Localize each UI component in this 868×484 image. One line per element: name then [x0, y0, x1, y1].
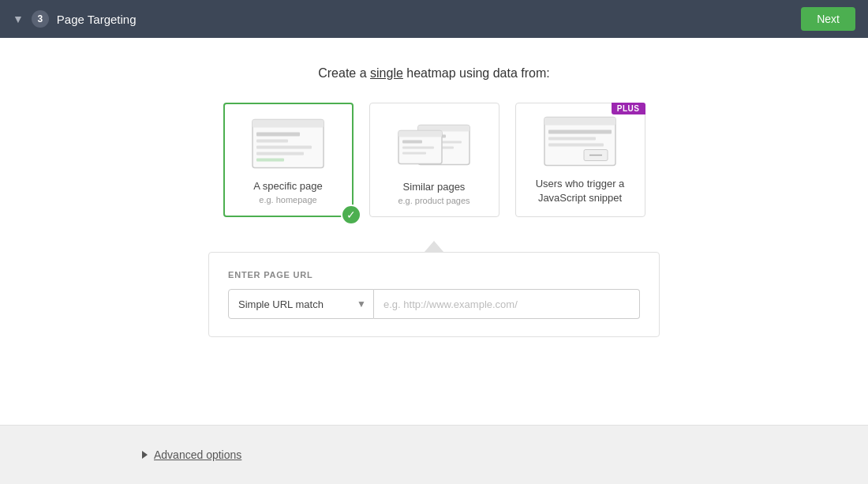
form-arrow — [425, 241, 443, 252]
svg-rect-19 — [548, 129, 612, 133]
plus-badge: PLUS — [612, 103, 645, 114]
header: ▼ 3 Page Targeting Next — [0, 0, 868, 38]
step-badge: 3 — [32, 10, 49, 28]
card-js-snippet[interactable]: PLUS Users who trigger a JavaScript snip… — [515, 103, 645, 217]
url-match-select[interactable]: Simple URL match Exact URL URL contains … — [228, 289, 374, 319]
card-js-snippet-label: Users who trigger a JavaScript snippet — [524, 177, 637, 205]
svg-rect-20 — [548, 137, 596, 140]
triangle-icon — [142, 451, 148, 459]
next-button[interactable]: Next — [801, 7, 855, 31]
cards-row: A specific page e.g. homepage ✓ Similar … — [223, 103, 645, 217]
form-row: Simple URL match Exact URL URL contains … — [228, 289, 640, 319]
form-wrapper: ENTER PAGE URL Simple URL match Exact UR… — [208, 241, 660, 337]
svg-rect-16 — [402, 152, 426, 154]
svg-rect-5 — [256, 152, 304, 155]
svg-rect-14 — [402, 140, 422, 143]
advanced-options-toggle[interactable]: Advanced options — [142, 448, 241, 461]
url-input[interactable] — [374, 289, 640, 319]
svg-rect-3 — [256, 139, 288, 142]
svg-rect-18 — [544, 117, 615, 125]
form-container: ENTER PAGE URL Simple URL match Exact UR… — [208, 252, 660, 337]
header-left: ▼ 3 Page Targeting — [13, 10, 137, 28]
card-similar-pages-sublabel: e.g. product pages — [398, 196, 470, 205]
dropdown-icon[interactable]: ▼ — [13, 13, 24, 25]
check-badge: ✓ — [341, 204, 361, 225]
advanced-options-label: Advanced options — [154, 448, 241, 461]
svg-rect-4 — [256, 145, 312, 148]
svg-rect-15 — [402, 146, 434, 148]
svg-rect-21 — [548, 143, 604, 146]
main-content: Create a single heatmap using data from:… — [0, 38, 868, 425]
page-title: Page Targeting — [57, 13, 137, 26]
svg-rect-6 — [256, 158, 284, 161]
card-specific-page-sublabel: e.g. homepage — [259, 195, 316, 204]
card-specific-page-label: A specific page — [253, 179, 322, 193]
svg-rect-2 — [256, 132, 300, 136]
card-specific-page[interactable]: A specific page e.g. homepage ✓ — [223, 103, 354, 217]
form-label: ENTER PAGE URL — [228, 270, 640, 280]
card-similar-pages-label: Similar pages — [403, 180, 466, 194]
footer: Advanced options — [0, 425, 868, 484]
card-similar-pages[interactable]: Similar pages e.g. product pages — [369, 103, 499, 217]
url-match-select-wrapper: Simple URL match Exact URL URL contains … — [228, 289, 374, 319]
svg-rect-13 — [398, 130, 442, 137]
svg-rect-1 — [253, 119, 324, 127]
headline: Create a single heatmap using data from: — [318, 66, 550, 81]
